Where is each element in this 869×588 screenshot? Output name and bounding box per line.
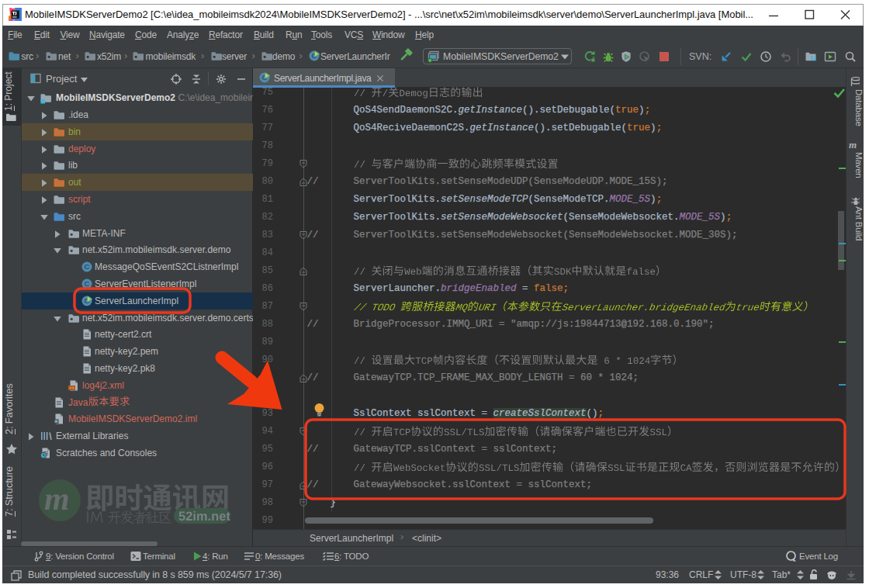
svg-text:<>: <> <box>69 386 74 391</box>
svg-text:C: C <box>85 263 90 272</box>
svg-text:C: C <box>85 279 90 288</box>
svg-text:m: m <box>849 140 857 150</box>
